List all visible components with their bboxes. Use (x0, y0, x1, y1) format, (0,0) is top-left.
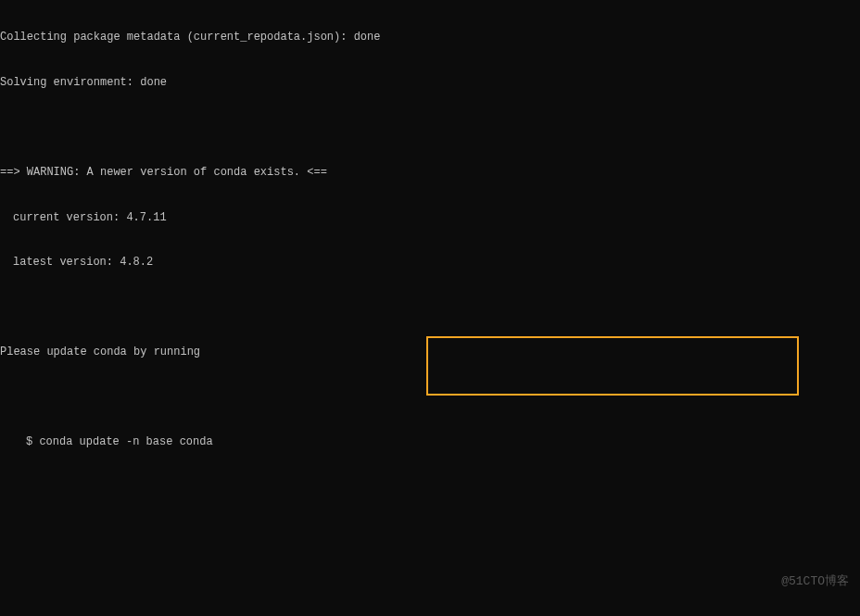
update-command: $ conda update -n base conda (0, 434, 860, 449)
update-prompt: Please update conda by running (0, 345, 860, 359)
terminal-output: Collecting package metadata (current_rep… (0, 0, 860, 616)
collecting-metadata: Collecting package metadata (current_rep… (0, 30, 860, 44)
warning-title: ==> WARNING: A newer version of conda ex… (0, 165, 860, 180)
watermark-text: @51CTO博客 (781, 573, 849, 590)
latest-version: latest version: 4.8.2 (0, 255, 860, 270)
solving-env: Solving environment: done (0, 75, 860, 90)
current-version: current version: 4.7.11 (0, 210, 860, 225)
